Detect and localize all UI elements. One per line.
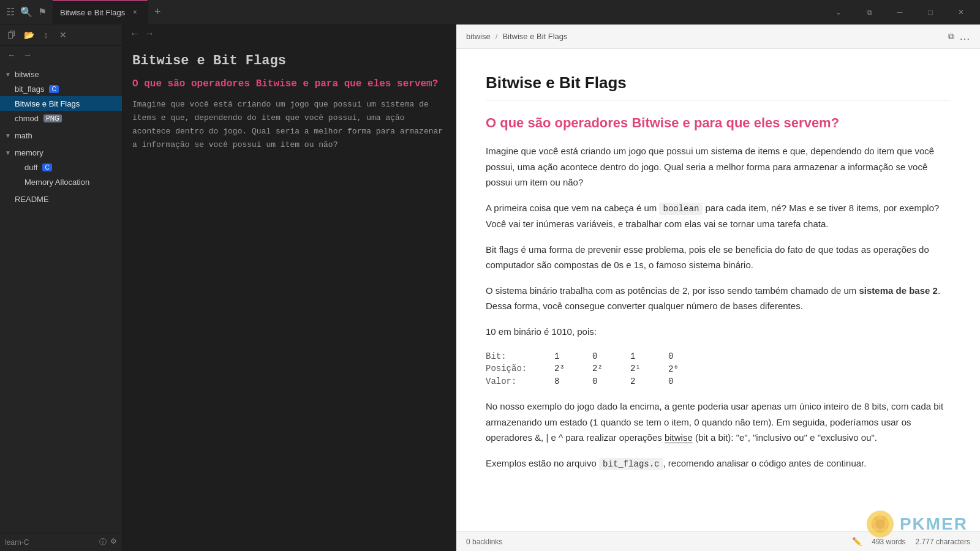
duff-label: duff [24, 163, 37, 172]
table-val-1: 8 [554, 377, 573, 386]
new-file-icon[interactable]: 🗍 [5, 28, 18, 42]
title-bar-right: ⌄ ⧉ ─ □ ✕ [824, 0, 975, 24]
watermark-text: PKMER [900, 514, 968, 534]
editor-nav-forward[interactable]: → [145, 28, 154, 39]
maximize-button[interactable]: □ [916, 0, 944, 24]
table-bit-4: 0 [668, 351, 687, 361]
table-pos-label: Posição: [486, 364, 535, 374]
preview-content[interactable]: Bitwise e Bit Flags O que são operadores… [456, 49, 980, 531]
watermark-logo [865, 509, 895, 539]
forward-button[interactable]: → [21, 48, 34, 62]
preview-table: Bit: 1 0 1 0 Posição: 2³ 2² 2¹ 2⁰ Va [486, 351, 951, 386]
watermark: PKMER [865, 509, 968, 539]
new-tab-button[interactable]: + [148, 0, 167, 24]
sort-icon[interactable]: ↕ [39, 28, 53, 42]
math-group[interactable]: ▼ math [0, 128, 122, 143]
bitwise-label: Bitwise e Bit Flags [15, 99, 80, 108]
table-val-4: 0 [668, 377, 687, 386]
edit-icon[interactable]: ✏️ [852, 537, 862, 546]
editor-nav-back[interactable]: ← [130, 28, 140, 39]
preview-para-5: No nosso exemplo do jogo dado la encima,… [486, 399, 951, 446]
preview-para-6: Exemplos estão no arquivo bit_flags.c, r… [486, 455, 951, 472]
code-boolean: boolean [659, 203, 703, 215]
chmod-badge: PNG [43, 114, 62, 122]
breadcrumb-separator: / [496, 32, 498, 41]
preview-para-3: Bit flags é uma forma de prevenir esse p… [486, 242, 951, 273]
table-bit-1: 1 [554, 351, 573, 361]
table-pos-2: 2² [592, 364, 611, 374]
table-pos-4: 2⁰ [668, 364, 687, 374]
table-value-row: Valor: 8 0 2 0 [486, 377, 951, 386]
math-group-label: math [15, 131, 32, 140]
minimize-button[interactable]: ─ [886, 0, 914, 24]
tab-label: Bitwise e Bit Flags [60, 8, 125, 17]
search-icon[interactable]: 🔍 [21, 7, 32, 18]
chevron-button[interactable]: ⌄ [824, 0, 853, 24]
preview-panel: bitwise / Bitwise e Bit Flags ⧉ … Bitwis… [456, 24, 980, 551]
preview-para-2: A primeira coisa que vem na cabeça é um … [486, 200, 951, 232]
memory-group[interactable]: ▼ memory [0, 145, 122, 160]
sidebar-item-memory-allocation[interactable]: Memory Allocation [0, 174, 122, 189]
memory-group-label: memory [15, 148, 43, 157]
bold-base2: sistema de base 2 [859, 285, 938, 296]
active-tab[interactable]: Bitwise e Bit Flags × [53, 0, 148, 24]
memory-section: ▼ memory duff C Memory Allocation [0, 145, 122, 189]
preview-header: bitwise / Bitwise e Bit Flags ⧉ … [456, 24, 980, 49]
backlinks-count: 0 backlinks [466, 538, 502, 546]
sidebar-footer: learn-C ⓘ ⚙ [0, 533, 122, 551]
preview-para-4: O sistema binário trabalha com as potênc… [486, 283, 951, 314]
preview-title: Bitwise e Bit Flags [486, 73, 951, 100]
sidebar-footer-icons: ⓘ ⚙ [99, 537, 117, 547]
collapse-bitwise-icon: ▼ [5, 71, 11, 78]
split-button[interactable]: ⧉ [855, 0, 883, 24]
chmod-label: chmod [15, 114, 39, 123]
settings-icon[interactable]: ⚙ [110, 537, 117, 547]
bitwise-group-label: bitwise [15, 70, 39, 79]
bitwise-underline: bitwise [665, 432, 693, 443]
breadcrumb-root[interactable]: bitwise [466, 32, 491, 41]
main-layout: 🗍 📂 ↕ ✕ ← → ▼ bitwise bit_flags C Bitwi [0, 24, 980, 551]
pages-icon[interactable]: ☷ [5, 7, 16, 18]
new-folder-icon[interactable]: 📂 [22, 28, 36, 42]
preview-binary-intro: 10 em binário é 1010, pois: [486, 324, 951, 340]
bitwise-group[interactable]: ▼ bitwise [0, 67, 122, 81]
preview-header-right: ⧉ … [948, 30, 970, 43]
bit-flags-label: bit_flags [15, 84, 44, 94]
table-bit-2: 0 [592, 351, 611, 361]
sidebar-toolbar: 🗍 📂 ↕ ✕ [0, 24, 122, 46]
sidebar-item-readme[interactable]: README [0, 192, 122, 206]
table-pos-1: 2³ [554, 364, 573, 374]
sidebar-item-bit-flags[interactable]: bit_flags C [0, 81, 122, 96]
open-in-new-icon[interactable]: ⧉ [948, 31, 954, 42]
preview-subtitle: O que são operadores Bitwise e para que … [486, 115, 951, 131]
file-tree: ▼ bitwise bit_flags C Bitwise e Bit Flag… [0, 64, 122, 533]
collapse-math-icon: ▼ [5, 132, 11, 139]
bookmark-icon[interactable]: ⚑ [37, 7, 48, 18]
table-bit-label: Bit: [486, 351, 535, 361]
math-section: ▼ math [0, 128, 122, 143]
table-val-label: Valor: [486, 377, 535, 386]
sidebar-item-duff[interactable]: duff C [0, 160, 122, 174]
memory-allocation-label: Memory Allocation [24, 178, 89, 187]
collapse-icon[interactable]: ✕ [56, 28, 70, 42]
table-bit-3: 1 [630, 351, 649, 361]
sidebar-item-chmod[interactable]: chmod PNG [0, 111, 122, 126]
tab-close-button[interactable]: × [130, 7, 140, 17]
editor-subtitle: O que são operadores Bitwise e para que … [132, 78, 446, 89]
title-bar-left: ☷ 🔍 ⚑ [5, 7, 48, 18]
table-pos-3: 2¹ [630, 364, 649, 374]
sidebar-nav: ← → [0, 46, 122, 64]
readme-label: README [15, 195, 49, 204]
tabs-area: Bitwise e Bit Flags × + [53, 0, 824, 24]
preview-para-1: Imagine que você está criando um jogo qu… [486, 143, 951, 190]
editor-para1: Imagine que você está criando um jogo qu… [132, 98, 446, 152]
breadcrumb-current: Bitwise e Bit Flags [502, 32, 567, 41]
bitwise-section: ▼ bitwise bit_flags C Bitwise e Bit Flag… [0, 67, 122, 126]
help-icon[interactable]: ⓘ [99, 537, 107, 547]
back-button[interactable]: ← [5, 48, 18, 62]
bit-flags-badge: C [49, 85, 58, 93]
more-options-icon[interactable]: … [959, 30, 970, 43]
close-button[interactable]: ✕ [947, 0, 975, 24]
sidebar-item-bitwise-e-bit-flags[interactable]: Bitwise e Bit Flags [0, 96, 122, 111]
editor-content[interactable]: Bitwise e Bit Flags O que são operadores… [123, 43, 456, 551]
